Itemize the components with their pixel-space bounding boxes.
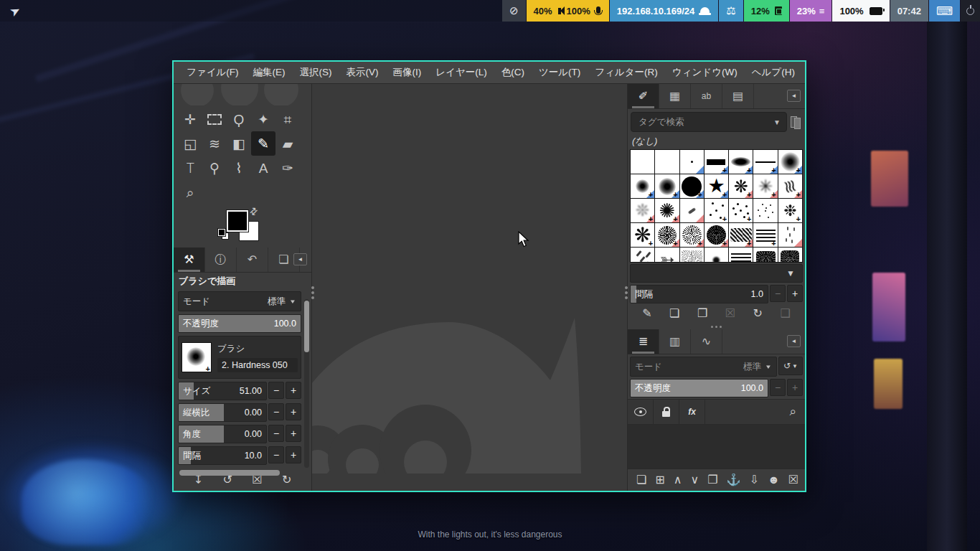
size-increase-button[interactable]: + <box>286 382 301 399</box>
menu-item-colors[interactable]: 色(C) <box>494 62 532 83</box>
tag-search-box[interactable]: ▼ <box>631 112 787 132</box>
brush-cell[interactable]: + <box>705 223 728 247</box>
cpu-segment[interactable]: 12% <box>744 0 789 22</box>
menu-item-image[interactable]: 画像(I) <box>386 62 429 83</box>
brush-cell[interactable] <box>705 248 728 263</box>
spacing-decrease-button[interactable]: − <box>268 446 284 463</box>
brush-list-expander[interactable]: ▼ <box>630 264 803 283</box>
angle-decrease-button[interactable]: − <box>268 425 284 442</box>
free-select-tool[interactable]: Ϙ <box>227 107 251 131</box>
layer-lock-button[interactable] <box>654 400 679 424</box>
warp-tool[interactable]: ≋ <box>202 131 227 156</box>
menu-item-filters[interactable]: フィルター(R) <box>588 62 665 83</box>
tab-gradients[interactable]: ▤ <box>722 84 754 108</box>
delete-layer-button[interactable]: ☒ <box>784 474 803 486</box>
menu-item-edit[interactable]: 編集(E) <box>246 62 293 83</box>
layer-effects-button[interactable]: fx <box>679 400 705 424</box>
merge-down-button[interactable]: ⇩ <box>745 474 763 486</box>
layer-masks-button[interactable]: ☻ <box>763 474 784 486</box>
delete-brush-button[interactable]: ☒ <box>721 308 740 319</box>
power-segment[interactable] <box>961 0 980 22</box>
layer-mode-reset-button[interactable]: ↺▼ <box>778 357 803 375</box>
duplicate-layer-button[interactable]: ❐ <box>703 474 722 486</box>
opacity-slider[interactable]: 不透明度 100.0 <box>178 314 301 333</box>
spacing-increase-button[interactable]: + <box>787 285 803 302</box>
menu-item-select[interactable]: 選択(S) <box>293 62 339 83</box>
brush-cell[interactable]: + <box>753 174 777 198</box>
brush-cell[interactable]: + <box>753 223 777 247</box>
layer-list[interactable] <box>628 425 805 468</box>
menu-item-windows[interactable]: ウィンドウ(W) <box>665 62 745 83</box>
paths-tool[interactable]: ⌇ <box>227 156 251 180</box>
brush-selector[interactable]: + ブラシ 2. Hardness 050 <box>178 336 301 379</box>
vertical-scrollbar[interactable] <box>304 299 309 468</box>
crop-tool[interactable]: ⌗ <box>275 107 300 131</box>
brush-cell[interactable] <box>680 248 704 263</box>
tab-device-status[interactable]: ⓘ <box>205 248 237 272</box>
eraser-tool[interactable]: ▰ <box>275 131 300 156</box>
brush-cell[interactable] <box>753 199 777 222</box>
smudge-tool[interactable]: ⚲ <box>202 156 227 180</box>
spacing-increase-button[interactable]: + <box>286 446 301 463</box>
brush-cell[interactable]: + <box>655 199 679 222</box>
brush-cell[interactable]: + <box>705 150 728 174</box>
dock-menu-icon[interactable]: ◄ <box>293 253 307 265</box>
canvas-area[interactable] <box>312 84 628 491</box>
brush-cell[interactable] <box>729 248 753 263</box>
size-decrease-button[interactable]: − <box>268 382 284 399</box>
dock-menu-icon[interactable]: ◄ <box>787 335 801 347</box>
tab-fonts[interactable]: ab <box>691 84 722 108</box>
brush-cell[interactable]: + <box>680 223 704 247</box>
brush-cell[interactable]: + <box>655 174 679 198</box>
menu-item-help[interactable]: ヘルプ(H) <box>745 62 802 83</box>
horizontal-scrollbar[interactable] <box>178 469 301 476</box>
brush-cell[interactable] <box>631 248 654 263</box>
color-picker-tool[interactable]: ✑ <box>275 156 300 180</box>
memory-segment[interactable]: 23% ≡ <box>790 0 832 22</box>
transform-tool[interactable]: ◱ <box>178 131 202 156</box>
tab-patterns[interactable]: ▦ <box>659 84 691 108</box>
brush-thumbnail[interactable]: + <box>182 342 212 372</box>
brush-cell[interactable]: + <box>778 199 802 222</box>
brush-cell[interactable]: + <box>631 199 654 222</box>
lower-layer-button[interactable]: ∨ <box>686 474 703 486</box>
brush-cell[interactable]: + <box>778 150 802 174</box>
edit-brush-button[interactable]: ✎ <box>638 308 656 319</box>
new-layer-button[interactable]: ❏ <box>632 474 651 486</box>
brush-cell[interactable] <box>655 248 679 263</box>
network-segment[interactable]: 192.168.10.169/24 <box>610 0 718 22</box>
keyboard-segment[interactable]: ⌨ <box>929 0 960 22</box>
tab-undo-history[interactable]: ↶ <box>237 248 268 272</box>
tab-brushes[interactable]: ✐ <box>628 84 659 108</box>
menu-item-layer[interactable]: レイヤー(L) <box>428 62 494 83</box>
angle-slider[interactable]: 角度0.00 <box>178 425 267 443</box>
layer-visibility-button[interactable] <box>628 400 654 424</box>
angle-increase-button[interactable]: + <box>286 425 301 442</box>
tab-tool-options[interactable]: ⚒ <box>174 248 205 272</box>
tab-channels[interactable]: ▥ <box>659 329 691 354</box>
brush-cell[interactable]: + <box>729 199 753 222</box>
brush-cell[interactable] <box>631 150 654 174</box>
layer-opacity-decrease-button[interactable]: − <box>770 379 786 396</box>
layer-mode-select[interactable]: モード 標準 ▼ <box>630 357 777 377</box>
dock-resize-grip[interactable] <box>628 324 805 329</box>
dock-menu-icon[interactable]: ◄ <box>787 90 801 102</box>
fuzzy-select-tool[interactable]: ✦ <box>251 107 275 131</box>
menu-item-view[interactable]: 表示(V) <box>339 62 386 83</box>
move-tool[interactable]: ✛ <box>178 107 202 131</box>
brush-cell[interactable] <box>778 248 802 263</box>
brush-cell[interactable]: + <box>729 150 753 174</box>
brush-spacing-slider[interactable]: 間隔 1.0 <box>630 285 768 303</box>
brush-cell[interactable]: + <box>631 223 654 247</box>
dock-splitter-left[interactable] <box>311 286 314 302</box>
layer-search-icon[interactable]: ⌕ <box>789 405 805 419</box>
aspect-ratio-increase-button[interactable]: + <box>286 403 301 420</box>
brush-editor-icon[interactable] <box>791 116 802 128</box>
size-slider[interactable]: サイズ51.00 <box>178 382 267 400</box>
brush-cell[interactable] <box>778 223 802 247</box>
bucket-fill-tool[interactable]: ◧ <box>227 131 251 156</box>
swap-colors-icon[interactable]: ⇄ <box>247 204 260 217</box>
clone-tool[interactable]: ⟙ <box>178 156 202 180</box>
scales-segment[interactable]: ⚖ <box>719 0 743 22</box>
rectangle-select-tool[interactable] <box>202 107 227 131</box>
